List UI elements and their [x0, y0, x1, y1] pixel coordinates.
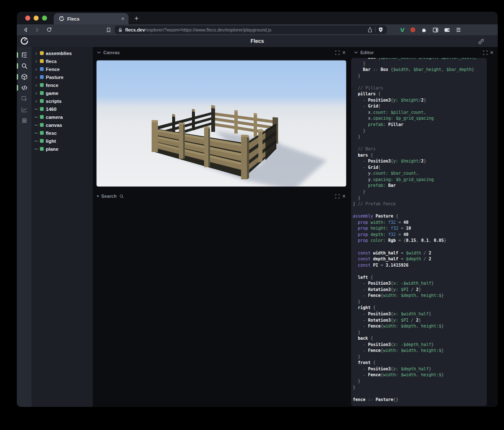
sidebar-item-inspector[interactable]: [17, 93, 32, 104]
tree-item-fence[interactable]: ›fence: [32, 81, 93, 89]
tree-item-flecs[interactable]: ›flecs: [32, 57, 93, 65]
forward-button[interactable]: [34, 27, 40, 33]
lock-icon: [118, 27, 123, 32]
reload-button[interactable]: [46, 27, 52, 33]
tree-item-camera[interactable]: camera: [32, 113, 93, 121]
chevron-right-icon[interactable]: ›: [34, 91, 38, 96]
bookmark-icon[interactable]: [106, 27, 111, 33]
tree-item-Fence[interactable]: ›Fence: [32, 65, 93, 73]
tree-item-light[interactable]: light: [32, 137, 93, 145]
browser-tab[interactable]: Flecs ×: [54, 13, 129, 24]
tree-item-label: flesc: [46, 131, 57, 136]
leaf-dash-icon: [34, 149, 38, 149]
bullet-icon[interactable]: [97, 195, 99, 197]
search-panel-body[interactable]: [93, 201, 350, 407]
zoom-window-button[interactable]: [42, 16, 47, 21]
close-icon[interactable]: ×: [490, 50, 494, 55]
chevron-right-icon[interactable]: ›: [34, 83, 38, 88]
chevron-right-icon[interactable]: ›: [34, 75, 38, 80]
code-line: prefab: Pillar: [353, 122, 487, 128]
code-line: - Position3{z: -$depth_half}: [353, 342, 487, 348]
close-icon[interactable]: ×: [342, 193, 346, 199]
browser-toolbar: flecs.dev/explorer/?wasm=https://www.fle…: [17, 24, 498, 35]
chevron-right-icon[interactable]: ›: [34, 51, 38, 56]
share-icon[interactable]: [368, 27, 373, 33]
sidebar-item-queries[interactable]: [17, 115, 32, 126]
code-line: [353, 391, 487, 397]
chevron-down-icon[interactable]: [97, 51, 101, 54]
fullscreen-icon[interactable]: [335, 194, 340, 199]
flecs-logo-icon: [20, 37, 29, 45]
link-icon[interactable]: [478, 38, 484, 45]
editor-panel-header: Editor ×: [350, 47, 498, 58]
tree-item-plane[interactable]: plane: [32, 145, 93, 153]
tree-item-label: game: [46, 91, 58, 96]
close-icon[interactable]: ×: [342, 50, 346, 55]
tree-item-assemblies[interactable]: ›assemblies: [32, 49, 93, 57]
brave-shield-icon[interactable]: [378, 27, 383, 33]
tree-item-game[interactable]: ›game: [32, 89, 93, 97]
chevron-right-icon[interactable]: ›: [34, 99, 38, 104]
sidebar-item-hierarchy[interactable]: [17, 50, 32, 60]
extensions-puzzle-icon[interactable]: [421, 27, 427, 33]
entity-dot-icon: [40, 131, 44, 135]
code-line: right {: [353, 305, 487, 311]
code-line: - Position3{z: $depth_half}: [353, 366, 487, 372]
url-bar[interactable]: flecs.dev/explorer/?wasm=https://www.fle…: [115, 26, 387, 34]
code-line: [353, 207, 487, 214]
tree-item-1460[interactable]: 1460: [32, 105, 93, 113]
code-line: - Rotation3{y: $PI / 2}: [353, 317, 487, 324]
tree-item-Pasture[interactable]: ›Pasture: [32, 73, 93, 81]
tree-item-label: canvas: [46, 123, 62, 128]
code-line: - Fence{width: $depth, height:$}: [353, 323, 487, 330]
hexagon-extension-icon[interactable]: [410, 27, 416, 33]
tree-item-canvas[interactable]: canvas: [32, 121, 93, 129]
tab-title: Flecs: [67, 16, 118, 21]
fullscreen-icon[interactable]: [335, 50, 340, 55]
entity-dot-icon: [40, 75, 44, 79]
entity-dot-icon: [40, 99, 44, 103]
canvas-panel-header: Canvas ×: [93, 47, 350, 58]
code-editor[interactable]: - Box {$pillar_width, $height, $pillar_w…: [351, 58, 487, 406]
entity-dot-icon: [40, 139, 44, 143]
code-line: prefab: Bar: [353, 183, 487, 189]
vue-devtools-icon[interactable]: V: [400, 27, 404, 33]
sidebar-item-scene[interactable]: [17, 71, 32, 82]
fullscreen-icon[interactable]: [483, 50, 488, 55]
menu-icon[interactable]: [456, 27, 461, 32]
code-line: front {: [353, 360, 487, 366]
cube-icon: [21, 73, 28, 80]
tree-item-scripts[interactable]: ›scripts: [32, 97, 93, 105]
wallet-icon[interactable]: [444, 27, 450, 33]
new-tab-button[interactable]: +: [134, 14, 139, 23]
code-line: const PI = 3.1415926: [353, 262, 487, 269]
minimize-window-button[interactable]: [34, 16, 39, 21]
code-line: prop width: f32 = 40: [353, 220, 487, 226]
chevron-right-icon[interactable]: ›: [34, 59, 38, 64]
tab-close-icon[interactable]: ×: [121, 16, 124, 21]
tree-item-label: Pasture: [46, 75, 63, 80]
rows-icon: [21, 117, 28, 124]
entity-dot-icon: [40, 115, 44, 119]
extensions-row: V: [400, 27, 461, 33]
canvas-3d-viewport[interactable]: [96, 60, 346, 187]
back-button[interactable]: [23, 27, 29, 33]
close-window-button[interactable]: [25, 16, 30, 21]
tree-item-label: fence: [46, 83, 58, 88]
sidebar-item-stats[interactable]: [17, 104, 32, 115]
sidebar-toggle-icon[interactable]: [433, 27, 438, 33]
chart-icon: [21, 106, 28, 113]
editor-panel-title: Editor: [360, 50, 374, 55]
sidebar-item-editor[interactable]: [17, 82, 32, 93]
code-line: }: [353, 128, 487, 134]
tree-item-flesc[interactable]: flesc: [32, 129, 93, 137]
chevron-right-icon[interactable]: ›: [34, 67, 38, 72]
tree-item-label: light: [46, 139, 56, 144]
tree-item-label: camera: [46, 115, 63, 120]
editor-column: Editor × - Box {$pillar_width, $height, …: [350, 47, 498, 407]
flecs-logo-icon: [59, 16, 64, 21]
sidebar-item-search[interactable]: [17, 60, 32, 71]
tree-item-label: plane: [46, 147, 58, 152]
chevron-down-icon[interactable]: [354, 51, 358, 54]
code-line: // Bars: [353, 146, 487, 152]
